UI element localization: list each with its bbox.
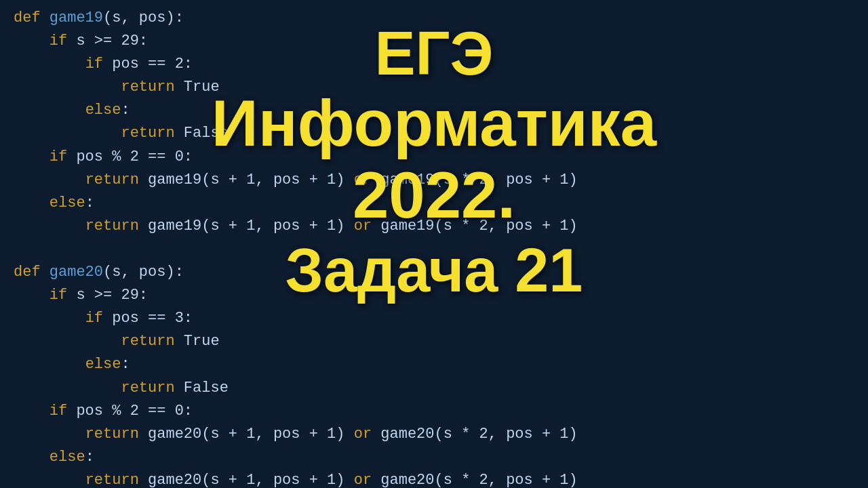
code-background: def game19(s, pos): if s >= 29: if pos =… bbox=[0, 0, 868, 488]
